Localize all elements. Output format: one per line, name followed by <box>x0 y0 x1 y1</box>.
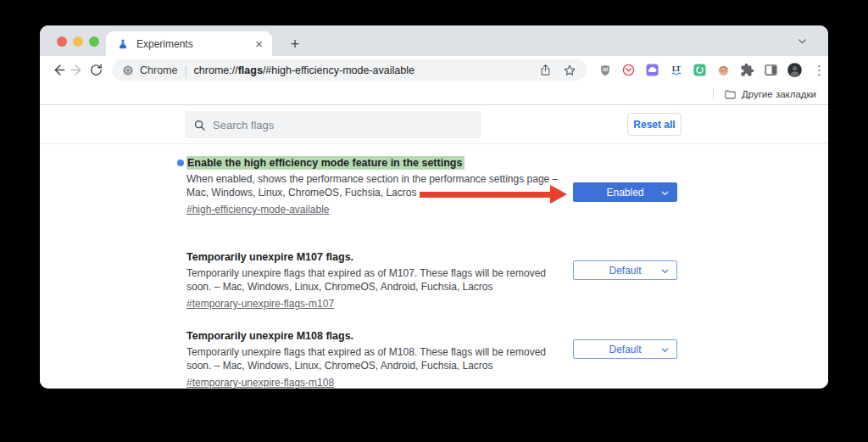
flag-permalink[interactable]: #high-efficiency-mode-available <box>186 204 330 215</box>
address-bar[interactable]: Chrome | chrome://flags/#high-efficiency… <box>112 59 587 81</box>
omnibox-separator: | <box>184 64 186 76</box>
bookmarks-divider <box>713 88 714 100</box>
close-window-button[interactable] <box>57 36 67 47</box>
dropdown-value: Enabled <box>606 187 643 199</box>
dropdown-value: Default <box>609 265 641 277</box>
flag-dropdown-default-m108[interactable]: Default <box>573 339 677 359</box>
cloud-extension-icon[interactable] <box>644 62 660 78</box>
side-panel-icon[interactable] <box>763 62 779 78</box>
reset-all-button[interactable]: Reset all <box>627 113 682 136</box>
flag-dropdown-enabled[interactable]: Enabled <box>573 182 677 202</box>
new-tab-button[interactable]: + <box>284 33 306 55</box>
chrome-logo-icon <box>122 64 134 76</box>
face-extension-icon[interactable] <box>715 62 732 78</box>
chevron-down-icon <box>660 345 670 355</box>
tab-experiments[interactable]: Experiments × <box>106 31 272 56</box>
tab-bar: Experiments × + <box>40 25 828 56</box>
back-icon[interactable] <box>50 60 66 81</box>
search-flags-box[interactable] <box>185 111 481 138</box>
folder-icon <box>724 88 737 101</box>
chevron-down-icon <box>660 266 670 276</box>
tab-overflow-chevron-icon[interactable] <box>797 36 808 47</box>
share-icon[interactable] <box>539 64 552 76</box>
flag-title: Temporarily unexpire M108 flags. <box>186 329 576 343</box>
extensions-puzzle-icon[interactable] <box>739 62 755 78</box>
bookmarks-bar: Другие закладки <box>40 84 828 105</box>
languagetool-extension-icon[interactable]: LT <box>668 62 684 78</box>
chevron-down-icon <box>660 188 670 198</box>
profile-avatar[interactable] <box>787 62 803 78</box>
flag-entry-unexpire-m108: Temporarily unexpire M108 flags. Tempora… <box>177 329 576 389</box>
dropdown-value: Default <box>609 344 641 355</box>
tab-close-icon[interactable]: × <box>253 37 264 50</box>
other-bookmarks-label[interactable]: Другие закладки <box>742 89 816 99</box>
flag-description: When enabled, shows the performance sect… <box>186 173 572 199</box>
flag-permalink[interactable]: #temporary-unexpire-flags-m107 <box>186 298 334 310</box>
flag-title: Temporarily unexpire M107 flags. <box>186 250 576 264</box>
browser-menu-icon[interactable]: ⋮ <box>810 63 828 78</box>
flag-entry-unexpire-m107: Temporarily unexpire M107 flags. Tempora… <box>177 250 576 311</box>
flag-dropdown-default-m107[interactable]: Default <box>573 260 677 280</box>
flags-page: Reset all Enable the high efficiency mod… <box>40 105 828 389</box>
search-icon <box>193 119 206 131</box>
reload-icon[interactable] <box>89 60 103 81</box>
svg-text:LT: LT <box>671 64 681 72</box>
flag-permalink[interactable]: #temporary-unexpire-flags-m108 <box>186 377 334 389</box>
shield-extension-icon[interactable]: UD <box>597 62 613 78</box>
window-controls <box>57 36 99 47</box>
fullscreen-window-button[interactable] <box>89 36 99 47</box>
search-flags-input[interactable] <box>213 119 450 131</box>
site-label: Chrome <box>140 64 177 76</box>
flag-description: Temporarily unexpire flags that expired … <box>186 267 572 294</box>
svg-text:UD: UD <box>602 68 608 72</box>
flag-description: Temporarily unexpire flags that expired … <box>186 346 572 372</box>
flag-title: Enable the high efficiency mode feature … <box>186 156 576 170</box>
forward-icon <box>70 60 86 81</box>
pocket-extension-icon[interactable] <box>620 62 637 78</box>
flask-icon <box>117 38 129 50</box>
flags-header-row: Reset all <box>40 105 828 144</box>
tab-title: Experiments <box>136 38 253 50</box>
url-text: chrome://flags/#high-efficiency-mode-ava… <box>194 64 415 76</box>
bookmark-star-icon[interactable] <box>563 64 576 77</box>
browser-window: Experiments × + Chrome | chrome://flags/… <box>40 25 828 389</box>
modified-flag-bullet <box>177 159 184 166</box>
green-circle-extension-icon[interactable] <box>692 62 708 78</box>
flag-entry-high-efficiency-mode: Enable the high efficiency mode feature … <box>177 156 576 216</box>
toolbar: Chrome | chrome://flags/#high-efficiency… <box>40 56 828 84</box>
minimize-window-button[interactable] <box>73 36 83 47</box>
extensions-row: UD LT <box>597 62 828 78</box>
